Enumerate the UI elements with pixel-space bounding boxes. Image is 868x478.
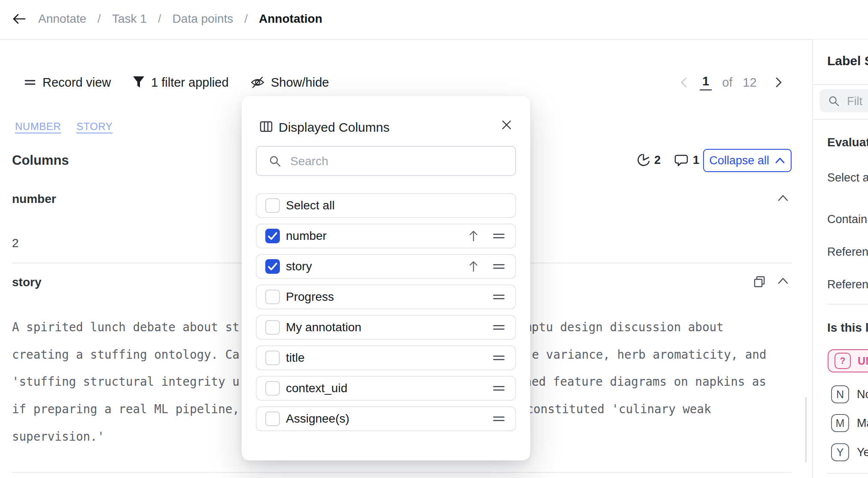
sidebar-question: Is this li [827, 321, 868, 335]
comment-icon[interactable] [674, 153, 689, 168]
record-view-icon [24, 76, 36, 89]
show-hide-label: Show/hide [271, 76, 329, 90]
option-label: No [857, 388, 868, 401]
story-line-right: e variance, herb aromaticity, and [532, 346, 766, 363]
breadcrumb-separator: / [244, 12, 248, 26]
search-icon [828, 95, 840, 107]
collapse-all-label: Collapse all [709, 154, 769, 167]
story-line-left: 'stuffing structural integrity u [12, 373, 240, 390]
hotkey-m: M [831, 414, 849, 432]
story-line-left: creating a stuffing ontology. Ca [12, 346, 240, 363]
sidebar-field: Contain [827, 213, 867, 226]
displayed-columns-modal: Displayed Columns Select all number [242, 96, 530, 460]
checkbox-unchecked[interactable] [265, 320, 280, 335]
sidebar-divider [827, 473, 868, 474]
column-row-my-annotation[interactable]: My annotation [256, 315, 516, 340]
modal-column-list: Select all number story [256, 193, 516, 431]
option-no[interactable]: N No [831, 385, 868, 404]
close-icon[interactable] [500, 118, 513, 131]
drag-handle-icon[interactable] [493, 385, 505, 392]
story-line-right: constituted 'culinary weak [526, 400, 711, 417]
sidebar-filter-input[interactable] [846, 89, 868, 113]
column-row-assignees[interactable]: Assignee(s) [256, 406, 516, 431]
select-all-checkbox[interactable] [265, 198, 280, 213]
story-line-right: mptu design discussion about [525, 318, 724, 336]
column-row-label: My annotation [286, 321, 361, 334]
option-label: Ye [857, 446, 868, 459]
tab-number[interactable]: NUMBER [15, 121, 61, 133]
hotkey-question: ? [835, 353, 851, 369]
checkbox-unchecked[interactable] [265, 351, 280, 365]
pie-chart-icon[interactable] [636, 153, 651, 167]
breadcrumb-separator: / [97, 12, 101, 26]
hotkey-y: Y [831, 443, 849, 461]
back-arrow-icon[interactable] [11, 11, 27, 27]
filter-button[interactable]: 1 filter applied [132, 72, 229, 93]
field-label-story: story [12, 275, 41, 289]
field-tabs: NUMBER STORY [15, 121, 112, 133]
breadcrumb-current: Annotation [259, 12, 322, 26]
checkbox-unchecked[interactable] [265, 411, 280, 426]
search-icon [269, 155, 282, 168]
tab-story[interactable]: STORY [76, 121, 112, 133]
breadcrumb-item-annotate[interactable]: Annotate [38, 12, 86, 26]
collapse-number-chevron-icon[interactable] [776, 193, 790, 203]
option-maybe[interactable]: M Ma [831, 414, 868, 433]
collapse-all-button[interactable]: Collapse all [703, 149, 792, 172]
modal-title: Displayed Columns [279, 120, 389, 135]
select-all-row[interactable]: Select all [256, 193, 516, 218]
move-up-icon[interactable] [467, 260, 480, 273]
move-up-icon[interactable] [467, 229, 480, 243]
page-next-icon[interactable] [773, 76, 784, 89]
drag-handle-icon[interactable] [493, 415, 505, 422]
column-row-label: context_uid [286, 381, 347, 395]
breadcrumb-item-data-points[interactable]: Data points [173, 12, 234, 26]
story-line-left: A spirited lunch debate about st [12, 318, 240, 336]
column-row-label: title [286, 351, 305, 365]
label-sidebar: Label S Evaluat Select a Contain Referen… [812, 39, 868, 478]
copy-icon[interactable] [752, 275, 767, 289]
modal-search-box [256, 146, 516, 176]
page-of-label: of [722, 76, 732, 90]
column-row-story[interactable]: story [256, 254, 516, 279]
main-scrollbar[interactable] [805, 397, 807, 463]
drag-handle-icon[interactable] [493, 354, 505, 361]
pie-chart-count: 2 [654, 154, 661, 167]
chevron-up-icon [774, 157, 786, 164]
breadcrumb-item-task[interactable]: Task 1 [112, 12, 147, 26]
collapse-story-chevron-icon[interactable] [776, 276, 790, 285]
section-divider [12, 472, 792, 473]
columns-panel-title: Columns [12, 153, 69, 168]
checkbox-unchecked[interactable] [265, 290, 280, 304]
option-label: UN [858, 355, 868, 367]
filter-label: 1 filter applied [151, 76, 229, 90]
page-prev-icon[interactable] [678, 76, 689, 89]
checkbox-unchecked[interactable] [265, 381, 280, 396]
story-line-right: ned feature diagrams on napkins as [525, 373, 766, 390]
sidebar-field: Referen [827, 245, 868, 259]
modal-search-input[interactable] [289, 147, 510, 176]
eye-off-icon [250, 76, 265, 89]
column-row-number[interactable]: number [256, 224, 516, 248]
option-unsure[interactable]: ? UN [828, 349, 868, 372]
sidebar-divider [827, 304, 868, 305]
column-row-label: number [286, 229, 327, 243]
column-row-context-uid[interactable]: context_uid [256, 376, 516, 401]
column-row-title[interactable]: title [256, 345, 516, 370]
checkbox-checked-icon[interactable] [265, 229, 280, 243]
drag-handle-icon[interactable] [493, 293, 505, 300]
drag-handle-icon[interactable] [493, 263, 505, 270]
page-total: 12 [743, 76, 756, 90]
show-hide-button[interactable]: Show/hide [250, 72, 329, 93]
record-view-button[interactable]: Record view [24, 72, 111, 93]
checkbox-checked-icon[interactable] [265, 259, 280, 274]
breadcrumb-separator: / [158, 12, 161, 26]
filter-funnel-icon [132, 76, 145, 89]
drag-handle-icon[interactable] [493, 324, 505, 331]
column-row-progress[interactable]: Progress [256, 284, 516, 309]
record-view-label: Record view [42, 76, 111, 90]
drag-handle-icon[interactable] [493, 233, 505, 239]
top-header: Annotate / Task 1 / Data points / Annota… [0, 0, 868, 40]
option-yes[interactable]: Y Ye [831, 443, 868, 462]
page-number-input[interactable]: 1 [700, 74, 712, 91]
